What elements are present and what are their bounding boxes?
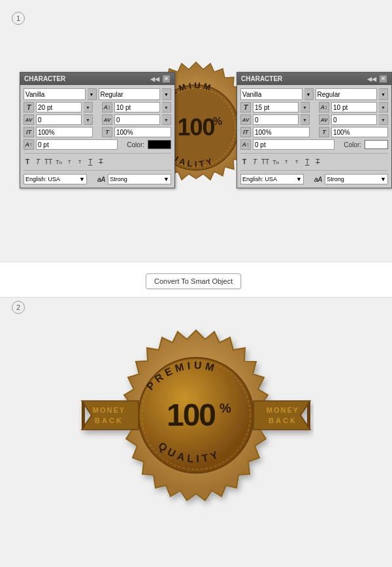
kerning-dd-left[interactable]: ▼: [84, 114, 93, 125]
lang-select-left[interactable]: English: USA ▼: [24, 174, 87, 184]
aa-mode-select-right[interactable]: Strong ▼: [325, 174, 388, 184]
tracking-input-right[interactable]: 0: [331, 114, 377, 125]
color-label-left: Color:: [127, 141, 144, 148]
convert-smart-object-button[interactable]: Convert To Smart Object: [146, 273, 241, 289]
font-family-arrow-right[interactable]: ▼: [304, 88, 314, 100]
panel-left-title: CHARACTER: [24, 75, 65, 82]
underline-btn-left[interactable]: T: [86, 158, 94, 165]
color-swatch-left[interactable]: [148, 140, 171, 149]
italic-btn-right[interactable]: T: [251, 158, 259, 165]
sub-btn-right[interactable]: T: [293, 159, 301, 165]
leading-icon-left: A↕: [102, 102, 112, 112]
baseline-color-row-left: A↑ 0 pt Color:: [24, 139, 171, 150]
baseline-input-left[interactable]: 0 pt: [36, 139, 118, 150]
leading-input-right[interactable]: 10 pt: [331, 102, 377, 112]
aa-mode-select-left[interactable]: Strong ▼: [108, 174, 171, 184]
scaleh-icon-right: T: [319, 127, 329, 137]
smallcaps-btn-right[interactable]: Tr: [272, 159, 280, 165]
scalev-icon-left: IT: [24, 127, 34, 137]
aa-label-left: aA: [97, 176, 105, 183]
kern-track-row-left: AV 0 ▼ AV 0 ▼: [24, 114, 171, 125]
smallcaps-btn-left[interactable]: Tr: [55, 159, 63, 165]
panel-right-header: CHARACTER ◀◀ ✕: [237, 73, 391, 85]
tracking-dd-left[interactable]: ▼: [162, 114, 171, 125]
panel-left-close[interactable]: ✕: [162, 75, 171, 83]
svg-text:100: 100: [177, 114, 214, 141]
font-family-select-left[interactable]: Vanilla: [24, 88, 86, 100]
scale-row-right: IT 100% T 100%: [240, 127, 388, 137]
sub-btn-left[interactable]: T: [76, 159, 84, 165]
character-panel-left: CHARACTER ◀◀ ✕ Vanilla ▼ Regular ▼ T 20 …: [20, 72, 175, 188]
kern-track-row-right: AV 0 ▼ AV 0 ▼: [240, 114, 388, 125]
font-row-left: Vanilla ▼ Regular ▼: [24, 88, 171, 100]
scalev-input-left[interactable]: 100%: [36, 127, 93, 137]
scaleh-input-right[interactable]: 100%: [331, 127, 388, 137]
bold-btn-right[interactable]: T: [240, 158, 248, 165]
font-size-input-right[interactable]: 15 pt: [253, 102, 299, 112]
svg-text:BACK: BACK: [95, 417, 123, 424]
track-icon-right: AV: [319, 114, 329, 125]
size-icon-left: T: [24, 102, 34, 112]
lang-row-right: English: USA ▼ aA Strong ▼: [240, 174, 388, 184]
leading-dd-right[interactable]: ▼: [379, 102, 388, 112]
font-size-input-left[interactable]: 20 pt: [36, 102, 82, 112]
strike-btn-left[interactable]: T: [97, 158, 105, 165]
tracking-input-left[interactable]: 0: [114, 114, 160, 125]
track-icon-left: AV: [102, 114, 112, 125]
font-family-arrow-left[interactable]: ▼: [88, 88, 97, 100]
font-style-select-left[interactable]: Regular: [99, 88, 161, 100]
kerning-dd-right[interactable]: ▼: [301, 114, 310, 125]
strike-btn-right[interactable]: T: [314, 158, 321, 165]
font-size-dd-left[interactable]: ▼: [84, 102, 93, 112]
svg-marker-13: [82, 401, 85, 430]
scalev-input-right[interactable]: 100%: [253, 127, 310, 137]
svg-marker-12: [82, 401, 139, 430]
italic-btn-left[interactable]: T: [34, 158, 42, 165]
size-icon-right: T: [240, 102, 251, 112]
scaleh-input-left[interactable]: 100%: [114, 127, 171, 137]
tracking-dd-right[interactable]: ▼: [379, 114, 388, 125]
font-style-select-right[interactable]: Regular: [316, 88, 378, 100]
section-1-number: 1: [12, 12, 25, 25]
kerning-input-left[interactable]: 0: [36, 114, 82, 125]
kerning-input-right[interactable]: 0: [253, 114, 299, 125]
kern-icon-left: AV: [24, 114, 34, 125]
color-label-right: Color:: [344, 141, 361, 148]
font-style-arrow-left[interactable]: ▼: [162, 88, 171, 100]
baseline-icon-left: A↑: [24, 139, 34, 150]
scale-row-left: IT 100% T 100%: [24, 127, 171, 137]
panel-right-close[interactable]: ✕: [379, 75, 387, 83]
underline-btn-right[interactable]: T: [303, 158, 311, 165]
color-swatch-right[interactable]: [365, 140, 388, 149]
divider-1-right: [240, 153, 388, 154]
style-buttons-left: T T TT Tr T T T T: [24, 157, 171, 167]
size-leading-row-left: T 20 pt ▼ A↕ 10 pt ▼: [24, 102, 171, 112]
lang-select-right[interactable]: English: USA ▼: [240, 174, 304, 184]
super-btn-right[interactable]: T: [282, 159, 290, 165]
svg-text:%: %: [220, 401, 231, 415]
allcaps-btn-right[interactable]: TT: [261, 158, 269, 165]
divider-2-left: [24, 170, 171, 171]
allcaps-btn-left[interactable]: TT: [44, 158, 52, 165]
leading-input-left[interactable]: 10 pt: [114, 102, 160, 112]
svg-text:100: 100: [167, 398, 215, 432]
panel-right-controls: ◀◀ ✕: [367, 75, 387, 83]
section-2-number: 2: [12, 301, 25, 314]
panel-left-controls: ◀◀ ✕: [150, 75, 171, 83]
svg-marker-14: [253, 401, 310, 430]
font-style-arrow-right[interactable]: ▼: [379, 88, 388, 100]
scaleh-icon-left: T: [102, 127, 112, 137]
svg-text:BACK: BACK: [269, 417, 297, 424]
leading-dd-left[interactable]: ▼: [162, 102, 171, 112]
super-btn-left[interactable]: T: [65, 159, 73, 165]
aa-label-right: aA: [314, 176, 322, 183]
font-row-right: Vanilla ▼ Regular ▼: [240, 88, 388, 100]
panel-left-header: CHARACTER ◀◀ ✕: [20, 73, 174, 85]
divider-1-left: [24, 153, 171, 154]
bold-btn-left[interactable]: T: [24, 158, 31, 165]
baseline-input-right[interactable]: 0 pt: [253, 139, 335, 150]
font-size-dd-right[interactable]: ▼: [301, 102, 310, 112]
divider-2-right: [240, 170, 388, 171]
badge-svg-2: MONEY BACK MONEY BACK 100 % PREMIUM QUAL…: [78, 301, 314, 549]
font-family-select-right[interactable]: Vanilla: [240, 88, 302, 100]
